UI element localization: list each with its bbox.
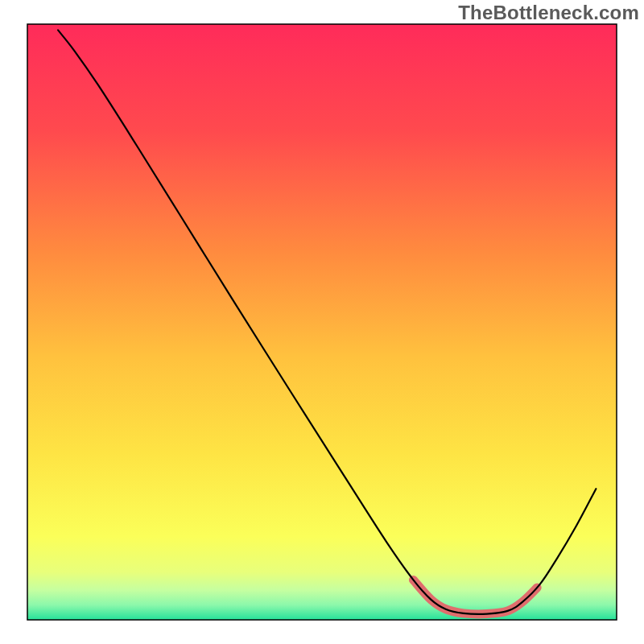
bottleneck-chart: TheBottleneck.com (0, 0, 644, 644)
chart-canvas (0, 0, 644, 644)
watermark-label: TheBottleneck.com (458, 2, 639, 24)
